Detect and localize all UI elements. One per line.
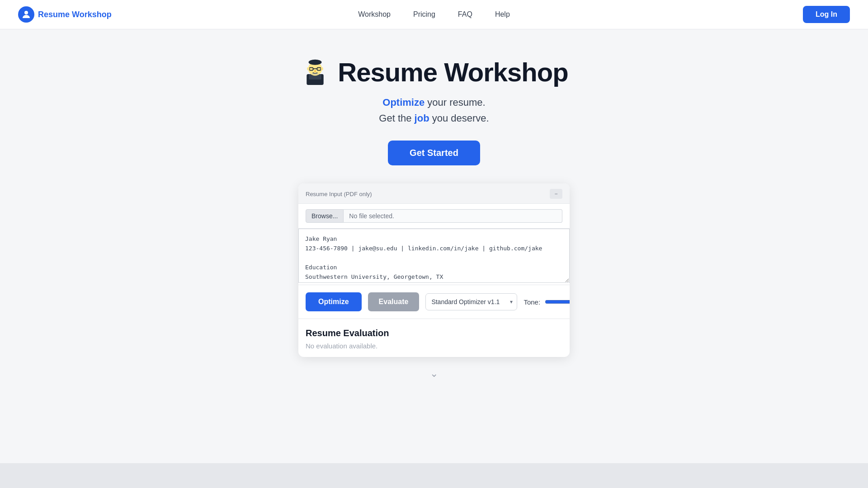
actions-row: Optimize Evaluate Standard Optimizer v1.… xyxy=(298,285,570,319)
hero-section: Resume Workshop Optimize your resume. Ge… xyxy=(289,29,579,398)
hero-highlight-job: job xyxy=(415,113,429,124)
hero-title: Resume Workshop xyxy=(338,57,568,87)
evaluate-button[interactable]: Evaluate xyxy=(368,292,420,311)
hero-subtitle-line2: Get the job you deserve. xyxy=(379,110,489,126)
evaluation-section: Resume Evaluation No evaluation availabl… xyxy=(298,319,570,357)
login-button[interactable]: Log In xyxy=(803,6,850,23)
evaluation-empty-message: No evaluation available. xyxy=(306,342,562,350)
optimizer-select-wrapper: Standard Optimizer v1.1 Advanced Optimiz… xyxy=(425,293,517,310)
navbar-logo[interactable]: Resume Workshop xyxy=(18,6,112,23)
brand-name: Resume Workshop xyxy=(38,10,112,19)
file-input-row: Browse... No file selected. xyxy=(298,204,570,229)
page-content: Resume Workshop Optimize your resume. Ge… xyxy=(0,29,868,398)
svg-point-10 xyxy=(307,67,310,70)
resume-textarea[interactable] xyxy=(298,229,570,283)
scroll-down-icon: ⌄ xyxy=(430,368,438,380)
browse-button[interactable]: Browse... xyxy=(306,209,344,223)
nav-help[interactable]: Help xyxy=(495,10,510,19)
nav-pricing[interactable]: Pricing xyxy=(413,10,435,19)
svg-point-0 xyxy=(24,11,28,14)
hero-title-row: Resume Workshop xyxy=(300,56,568,87)
footer-bar xyxy=(0,463,868,488)
workshop-card: Resume Input (PDF only) − Browse... No f… xyxy=(298,183,570,357)
card-top-label: Resume Input (PDF only) xyxy=(306,191,372,197)
hero-highlight-optimize: Optimize xyxy=(382,97,425,108)
nav-workshop[interactable]: Workshop xyxy=(358,10,391,19)
nav-faq[interactable]: FAQ xyxy=(458,10,472,19)
hero-subtitle-line1: Optimize your resume. xyxy=(379,94,489,110)
tone-label: Tone: xyxy=(524,298,540,306)
logo-icon xyxy=(18,6,34,23)
evaluation-title: Resume Evaluation xyxy=(306,328,562,338)
tone-section: Tone: xyxy=(524,298,570,306)
svg-point-8 xyxy=(315,70,316,72)
optimize-button[interactable]: Optimize xyxy=(306,292,362,311)
svg-point-4 xyxy=(309,60,322,65)
hero-subtitle: Optimize your resume. Get the job you de… xyxy=(379,94,489,126)
card-top-bar: Resume Input (PDF only) − xyxy=(298,183,570,204)
navbar: Resume Workshop Workshop Pricing FAQ Hel… xyxy=(0,0,868,29)
card-collapse-button[interactable]: − xyxy=(550,189,562,199)
svg-rect-9 xyxy=(312,73,319,75)
optimizer-select[interactable]: Standard Optimizer v1.1 Advanced Optimiz… xyxy=(425,293,517,310)
navbar-links: Workshop Pricing FAQ Help xyxy=(358,10,510,19)
svg-point-11 xyxy=(321,67,323,70)
file-input-display: No file selected. xyxy=(344,209,562,223)
scroll-indicator: ⌄ xyxy=(430,357,438,384)
get-started-button[interactable]: Get Started xyxy=(388,141,480,165)
hero-mascot-icon xyxy=(300,56,330,87)
tone-slider[interactable] xyxy=(545,298,570,305)
